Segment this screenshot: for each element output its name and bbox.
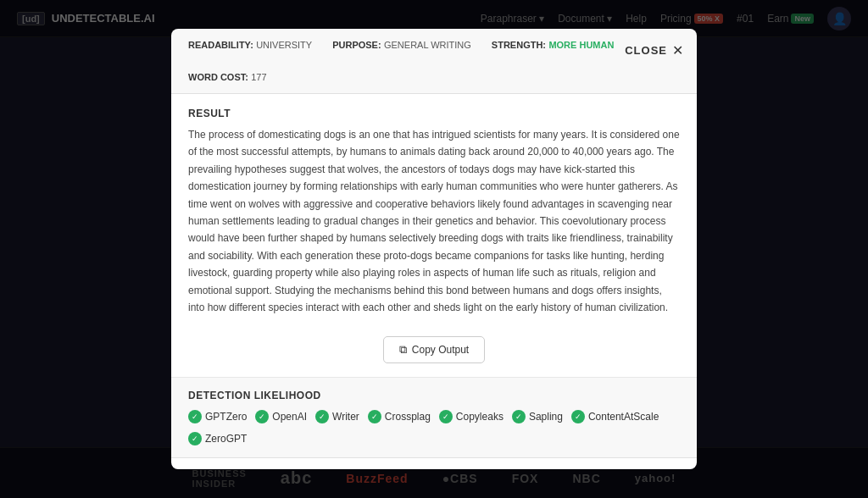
sapling-check: ✓ [512, 410, 526, 423]
detector-gptzero: ✓ GPTZero [188, 410, 247, 423]
zerogpt-check: ✓ [188, 432, 202, 445]
detector-copyleaks: ✓ Copyleaks [439, 410, 504, 423]
detector-crossplag: ✓ Crossplag [368, 410, 431, 423]
strength-value: MORE HUMAN [548, 40, 614, 50]
word-cost-meta: WORD COST: 177 [188, 71, 267, 83]
sapling-label: Sapling [529, 411, 563, 423]
result-modal: CLOSE ✕ READABILITY: UNIVERSITY PURPOSE:… [171, 29, 697, 469]
metadata-bar: READABILITY: UNIVERSITY PURPOSE: GENERAL… [171, 29, 697, 94]
zerogpt-label: ZeroGPT [205, 433, 247, 445]
openai-label: OpenAI [272, 411, 307, 423]
detection-heading: DETECTION LIKELIHOOD [188, 390, 680, 401]
readability-label: READABILITY: [188, 40, 253, 50]
purpose-label: PURPOSE: [332, 40, 381, 50]
detection-section: DETECTION LIKELIHOOD ✓ GPTZero ✓ OpenAI … [171, 377, 697, 457]
copy-output-button[interactable]: ⧉ Copy Output [383, 336, 485, 363]
modal-close-button[interactable]: CLOSE ✕ [625, 42, 683, 58]
copy-icon: ⧉ [399, 343, 407, 357]
gptzero-check: ✓ [188, 410, 202, 423]
crossplag-label: Crossplag [385, 411, 431, 423]
readability-value: UNIVERSITY [256, 40, 312, 50]
strength-label: STRENGTH: [492, 40, 546, 50]
writer-check: ✓ [315, 410, 329, 423]
gptzero-label: GPTZero [205, 411, 247, 423]
contentatscale-check: ✓ [571, 410, 585, 423]
copy-button-wrap: ⧉ Copy Output [171, 329, 697, 377]
detector-sapling: ✓ Sapling [512, 410, 563, 423]
original-section: ORIGINAL SUBMISSION The domestication of… [171, 457, 697, 469]
detector-zerogpt: ✓ ZeroGPT [188, 432, 247, 445]
copyleaks-label: Copyleaks [456, 411, 504, 423]
close-label: CLOSE [625, 44, 667, 57]
copyleaks-check: ✓ [439, 410, 453, 423]
purpose-value: GENERAL WRITING [384, 40, 471, 50]
result-text: The process of domesticating dogs is an … [171, 126, 697, 329]
purpose-meta: PURPOSE: GENERAL WRITING [332, 39, 471, 51]
result-heading: RESULT [171, 94, 697, 126]
openai-check: ✓ [255, 410, 269, 423]
detector-writer: ✓ Writer [315, 410, 359, 423]
readability-meta: READABILITY: UNIVERSITY [188, 39, 312, 51]
detector-openai: ✓ OpenAI [255, 410, 307, 423]
modal-backdrop: CLOSE ✕ READABILITY: UNIVERSITY PURPOSE:… [0, 0, 868, 498]
writer-label: Writer [332, 411, 359, 423]
copy-button-label: Copy Output [412, 344, 469, 356]
detector-contentatscale: ✓ ContentAtScale [571, 410, 659, 423]
close-icon: ✕ [672, 42, 683, 58]
detection-badges: ✓ GPTZero ✓ OpenAI ✓ Writer ✓ Crossplag … [188, 410, 680, 445]
word-cost-value: 177 [251, 72, 266, 82]
crossplag-check: ✓ [368, 410, 381, 423]
word-cost-label: WORD COST: [188, 72, 248, 82]
contentatscale-label: ContentAtScale [588, 411, 659, 423]
strength-meta: STRENGTH: MORE HUMAN [492, 39, 615, 51]
